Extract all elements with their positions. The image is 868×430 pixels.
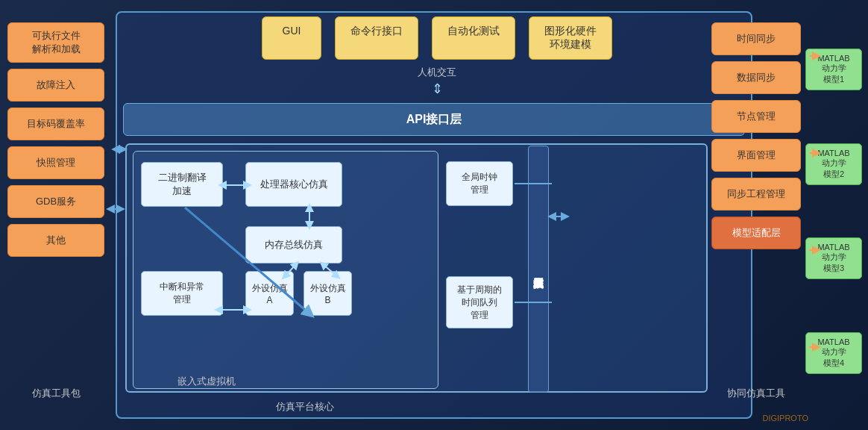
sidebar-label: 仿真工具包 — [32, 387, 81, 400]
global-clock: 全局时钟管理 — [446, 161, 513, 206]
right-col: 时间同步 数据同步 节点管理 界面管理 同步工程管理 模型适配层 协同仿真工具 — [711, 22, 801, 400]
vm-memory-bus: 内存总线仿真 — [245, 226, 342, 264]
matlab1: MATLAB动力学模型1 — [805, 49, 862, 90]
vm-peripheral-a: 外设仿真A — [245, 271, 294, 316]
watermark: DIGIPROTO — [762, 414, 808, 423]
tianmu-layer: 天目仿真模型层 — [528, 146, 549, 393]
vm-interrupt: 中断和异常管理 — [141, 271, 223, 316]
sidebar-item-other: 其他 — [7, 224, 104, 257]
api-layer: API接口层 — [123, 103, 745, 136]
core-label: 仿真平台核心 — [276, 400, 334, 414]
api-layer-text: API接口层 — [406, 112, 462, 128]
sidebar-item-gdb: GDB服务 — [7, 185, 104, 218]
right-ui-mgmt: 界面管理 — [711, 139, 801, 172]
sidebar-item-snapshot: 快照管理 — [7, 146, 104, 179]
hmi-graphic-hw: 图形化硬件环境建模 — [529, 16, 612, 60]
hmi-cmd: 命令行接口 — [335, 16, 418, 60]
matlab-col: MATLAB动力学模型1 MATLAB动力学模型2 MATLAB动力学模型3 M… — [805, 22, 862, 400]
right-data-sync: 数据同步 — [711, 61, 801, 94]
vm-peripheral-b: 外设仿真B — [304, 271, 352, 316]
right-node-mgmt: 节点管理 — [711, 100, 801, 133]
right-model-adapt: 模型适配层 — [711, 216, 801, 249]
right-col-items: 时间同步 数据同步 节点管理 界面管理 同步工程管理 模型适配层 — [711, 22, 801, 249]
matlab2: MATLAB动力学模型2 — [805, 143, 862, 185]
vm-label: 嵌入式虚拟机 — [177, 375, 236, 388]
vm-processor-sim: 处理器核心仿真 — [245, 162, 342, 207]
right-time-sync: 时间同步 — [711, 22, 801, 55]
hmi-arrow: ⇕ — [432, 81, 443, 97]
sidebar-item-fault-inject: 故障注入 — [7, 69, 104, 102]
right-sync-proj: 同步工程管理 — [711, 178, 801, 211]
sidebar-items: 可执行文件解析和加载 故障注入 目标码覆盖率 快照管理 GDB服务 其他 — [7, 22, 104, 257]
matlab3: MATLAB动力学模型3 — [805, 237, 862, 279]
hmi-auto-test: 自动化测试 — [432, 16, 515, 60]
vm-frame: 二进制翻译加速 处理器核心仿真 内存总线仿真 中断和异常管理 外设仿真A 外设仿… — [133, 151, 438, 389]
matlab4: MATLAB动力学模型4 — [805, 332, 862, 374]
periodic-queue: 基于周期的时间队列管理 — [446, 276, 513, 328]
vm-binary-trans: 二进制翻译加速 — [141, 162, 223, 207]
hmi-gui: GUI — [262, 16, 321, 60]
hmi-boxes: GUI 命令行接口 自动化测试 图形化硬件环境建模 — [262, 16, 612, 60]
diagram-container: 可执行文件解析和加载 故障注入 目标码覆盖率 快照管理 GDB服务 其他 仿真工… — [0, 0, 868, 430]
right-col-label: 协同仿真工具 — [727, 387, 785, 400]
left-sidebar: 可执行文件解析和加载 故障注入 目标码覆盖率 快照管理 GDB服务 其他 仿真工… — [7, 22, 104, 400]
hmi-label: 人机交互 — [418, 66, 456, 79]
sidebar-item-exec-file: 可执行文件解析和加载 — [7, 22, 104, 63]
sidebar-item-target-coverage: 目标码覆盖率 — [7, 108, 104, 140]
hmi-section: GUI 命令行接口 自动化测试 图形化硬件环境建模 人机交互 ⇕ — [127, 16, 747, 97]
